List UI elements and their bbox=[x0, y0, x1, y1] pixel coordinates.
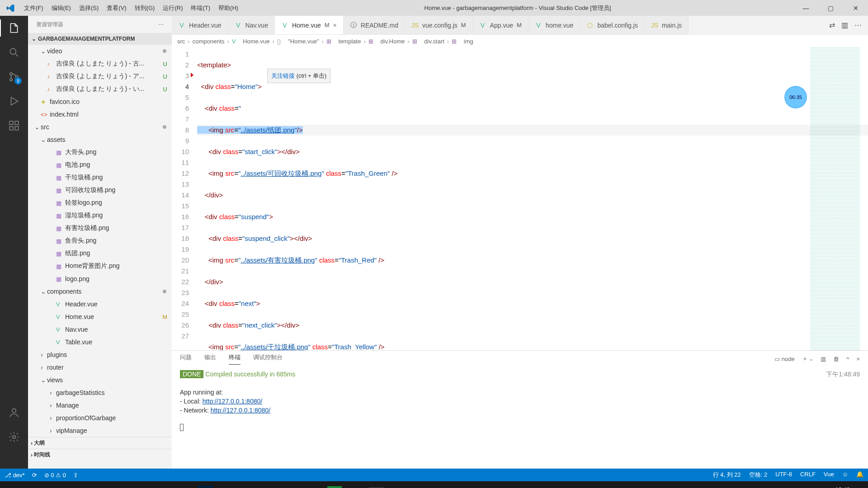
panel-tab-debugconsole[interactable]: 调试控制台 bbox=[253, 353, 283, 364]
panel-tab-terminal[interactable]: 终端 bbox=[229, 353, 241, 365]
menu-view[interactable]: 查看(V) bbox=[103, 2, 130, 14]
app-icon[interactable]: 🟡 bbox=[342, 481, 369, 488]
file-audio[interactable]: ♪吉俣良 (よしまた りょう) - ア...U bbox=[28, 70, 172, 83]
file-png[interactable]: ▦有害垃圾桶.png bbox=[28, 222, 172, 235]
tab-header-vue[interactable]: VHeader.vue bbox=[172, 16, 228, 34]
status-branch[interactable]: ⎇ dev* bbox=[5, 472, 25, 479]
store-icon[interactable]: 👜 bbox=[83, 481, 110, 488]
section-outline[interactable]: › 大纲 bbox=[28, 437, 172, 449]
file-nav-vue[interactable]: VNav.vue bbox=[28, 323, 172, 336]
close-panel-icon[interactable]: × bbox=[856, 356, 860, 362]
menu-select[interactable]: 选择(S) bbox=[75, 2, 102, 14]
file-png[interactable]: ▦大骨头.png bbox=[28, 146, 172, 159]
folder-router[interactable]: ›router bbox=[28, 361, 172, 374]
folder-assets[interactable]: ⌄assets bbox=[28, 133, 172, 146]
extensions-icon[interactable] bbox=[7, 119, 21, 132]
tab-home-vue[interactable]: VHome.vueM× bbox=[275, 16, 344, 34]
section-timeline[interactable]: › 时间线 bbox=[28, 449, 172, 460]
file-png[interactable]: ▦轻签logo.png bbox=[28, 197, 172, 209]
settings-gear-icon[interactable] bbox=[7, 430, 21, 444]
account-icon[interactable] bbox=[7, 406, 21, 419]
start-button[interactable]: ⊞ bbox=[2, 481, 29, 488]
taskview-icon[interactable]: ⧉ bbox=[56, 481, 83, 488]
file-png[interactable]: ▦电池.png bbox=[28, 159, 172, 171]
edge-icon[interactable]: 🌐 bbox=[137, 481, 165, 488]
timer-widget[interactable]: 06:35 bbox=[784, 86, 807, 108]
run-debug-icon[interactable] bbox=[7, 94, 21, 108]
close-icon[interactable]: × bbox=[333, 22, 337, 29]
file-png[interactable]: ▦湿垃圾桶.png bbox=[28, 209, 172, 222]
file-audio[interactable]: ♪吉俣良 (よしまた りょう) - 古...U bbox=[28, 57, 172, 70]
vscode-taskbar-icon[interactable]: ⊿ bbox=[383, 481, 410, 488]
tab-app-vue[interactable]: VApp.vueM bbox=[473, 16, 528, 34]
tab-vueconfig[interactable]: JSvue.config.jsM bbox=[405, 16, 473, 34]
close-button[interactable]: ✕ bbox=[843, 0, 868, 16]
code-content[interactable]: <template> <div class="Home"> <div class… bbox=[197, 47, 868, 350]
mail-icon[interactable]: ✉ bbox=[110, 481, 137, 488]
minimap[interactable] bbox=[810, 47, 860, 350]
status-encoding[interactable]: UTF-8 bbox=[775, 471, 792, 479]
folder-views[interactable]: ⌄views bbox=[28, 374, 172, 386]
source-control-icon[interactable]: 9 bbox=[7, 70, 21, 84]
terminal-output[interactable]: DONE Compiled successfully in 685ms下午1:4… bbox=[172, 367, 868, 469]
file-favicon[interactable]: ★favicon.ico bbox=[28, 95, 172, 108]
file-png[interactable]: ▦可回收垃圾桶.png bbox=[28, 184, 172, 197]
split-terminal-icon[interactable]: ▥ bbox=[821, 356, 826, 362]
minimize-button[interactable]: — bbox=[793, 0, 818, 16]
folder-components[interactable]: ⌄components bbox=[28, 285, 172, 298]
menu-edit[interactable]: 编辑(E) bbox=[48, 2, 75, 14]
file-png[interactable]: ▦纸团.png bbox=[28, 247, 172, 260]
status-sync-icon[interactable]: ⟳ bbox=[32, 472, 37, 479]
terminal-select[interactable]: ▭ node bbox=[774, 356, 795, 362]
menu-run[interactable]: 运行(R) bbox=[159, 2, 186, 14]
status-problems[interactable]: ⊘ 0 ⚠ 0 bbox=[44, 472, 66, 479]
file-audio[interactable]: ♪吉俣良 (よしまた りょう) - い...U bbox=[28, 83, 172, 95]
file-header-vue[interactable]: VHeader.vue bbox=[28, 298, 172, 310]
status-port-icon[interactable]: ⇪ bbox=[73, 472, 78, 479]
tab-mainjs[interactable]: JSmain.js bbox=[645, 16, 689, 34]
kill-terminal-icon[interactable]: 🗑 bbox=[833, 356, 839, 362]
file-png[interactable]: ▦Home背景图片.png bbox=[28, 260, 172, 272]
explorer-icon[interactable]: 🗂 bbox=[219, 481, 246, 488]
tab-babelconfig[interactable]: ⬡babel.config.js bbox=[580, 16, 645, 34]
new-terminal-icon[interactable]: ＋ ⌄ bbox=[802, 355, 814, 363]
folder-video[interactable]: ⌄video bbox=[28, 45, 172, 57]
status-bell-icon[interactable]: 🔔 bbox=[856, 471, 863, 479]
media-icon[interactable]: ▶ bbox=[165, 481, 192, 488]
tab-readme[interactable]: ⓘREADME.md bbox=[344, 16, 405, 34]
hbuilder-icon[interactable]: H bbox=[327, 486, 342, 488]
tab-home2-vue[interactable]: Vhome.vue bbox=[528, 16, 580, 34]
status-indent[interactable]: 空格: 2 bbox=[749, 471, 767, 479]
panel-tab-output[interactable]: 输出 bbox=[204, 353, 216, 364]
explorer-icon[interactable] bbox=[7, 21, 21, 35]
search-icon[interactable] bbox=[7, 46, 21, 59]
menu-go[interactable]: 转到(G) bbox=[131, 2, 159, 14]
file-png[interactable]: ▦logo.png bbox=[28, 272, 172, 285]
photoshop-icon[interactable]: Ps bbox=[197, 485, 213, 488]
panel-tab-problems[interactable]: 问题 bbox=[180, 353, 192, 364]
file-table-vue[interactable]: VTable.vue bbox=[28, 336, 172, 348]
tab-nav-vue[interactable]: VNav.vue bbox=[228, 16, 275, 34]
maximize-button[interactable]: ▢ bbox=[818, 0, 843, 16]
folder-src[interactable]: ⌄src bbox=[28, 121, 172, 133]
maximize-panel-icon[interactable]: ^ bbox=[846, 356, 849, 362]
status-lang[interactable]: Vue bbox=[824, 471, 834, 479]
folder-plugins[interactable]: ›plugins bbox=[28, 348, 172, 361]
breadcrumb[interactable]: src› components› V Home.vue› {} "Home.vu… bbox=[172, 35, 868, 47]
tray-clock[interactable]: 13:492021/7/19 bbox=[824, 486, 850, 488]
project-root[interactable]: ⌄GARBAGEMANAGEMENTPLATFORM bbox=[28, 33, 172, 45]
file-home-vue[interactable]: VHome.vueM bbox=[28, 310, 172, 323]
more-icon[interactable]: ⋯ bbox=[854, 21, 862, 29]
folder-proportion[interactable]: ›proportionOfGarbage bbox=[28, 412, 172, 424]
editor-body[interactable]: 1234 56789 1011121314 1516171819 2021222… bbox=[172, 47, 868, 350]
folder-vipmanage[interactable]: ›vipManage bbox=[28, 424, 172, 437]
status-feedback-icon[interactable]: ☺ bbox=[842, 471, 848, 479]
chrome-icon[interactable]: 🟡 bbox=[246, 481, 273, 488]
status-cursor-pos[interactable]: 行 4, 列 22 bbox=[713, 471, 741, 479]
app-icon[interactable]: ◆ bbox=[273, 481, 300, 488]
file-png[interactable]: ▦鱼骨头.png bbox=[28, 235, 172, 247]
compare-icon[interactable]: ⇄ bbox=[829, 21, 835, 29]
menu-file[interactable]: 文件(F) bbox=[20, 2, 47, 14]
split-icon[interactable]: ▥ bbox=[841, 21, 848, 29]
app-icon[interactable]: 🟠 bbox=[300, 481, 327, 488]
